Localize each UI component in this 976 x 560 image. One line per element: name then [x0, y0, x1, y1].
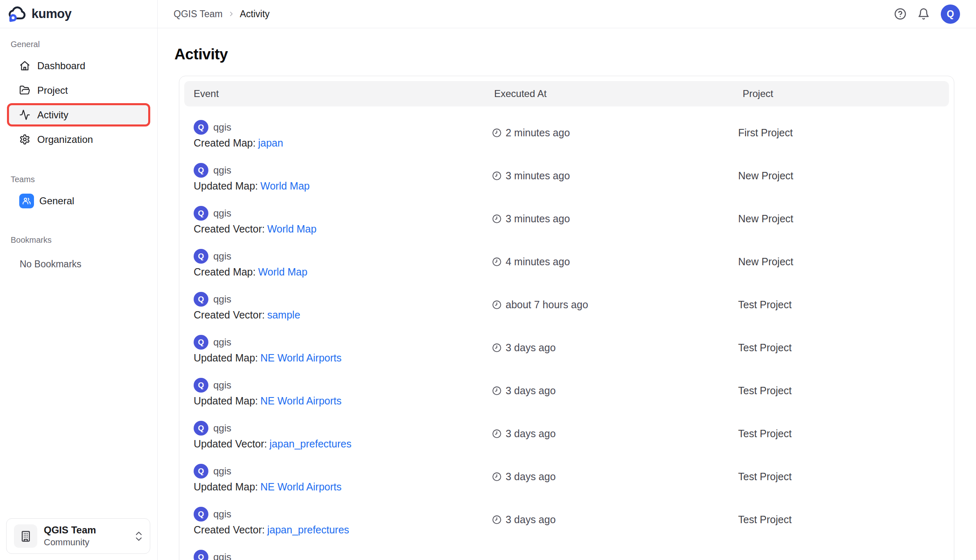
event-cell: Q qgis Updated Map:NE World Airports	[194, 369, 492, 412]
project-cell: Test Project	[738, 342, 954, 354]
executed-at-cell: 3 days ago	[492, 514, 738, 526]
row-project: Test Project	[738, 471, 792, 482]
sidebar-item-team-general[interactable]: General	[7, 189, 150, 212]
topbar-actions: Q	[894, 5, 960, 24]
row-target-link[interactable]: japan_prefectures	[267, 524, 349, 535]
clock-icon	[492, 257, 502, 266]
row-time: about 7 hours ago	[506, 299, 588, 311]
row-action: Created Vector:	[194, 223, 265, 235]
building-icon	[14, 524, 37, 548]
project-cell: Test Project	[738, 385, 954, 397]
row-target-link[interactable]: sample	[267, 309, 300, 321]
row-project: Test Project	[738, 342, 792, 353]
row-avatar: Q	[194, 378, 208, 393]
user-avatar[interactable]: Q	[941, 5, 960, 24]
table-row: Q qgis Updated Map:NE World Airports 3 d…	[179, 369, 954, 412]
row-avatar: Q	[194, 507, 208, 522]
sidebar-item-activity[interactable]: Activity	[7, 103, 150, 126]
event-cell: Q qgis Updated Map:NE World Airports	[194, 455, 492, 498]
executed-at-cell: 3 days ago	[492, 385, 738, 397]
row-project: Test Project	[738, 428, 792, 439]
row-user: qgis	[213, 508, 231, 520]
row-user: qgis	[213, 551, 231, 560]
row-event-description: Created Map:World Map	[194, 266, 492, 278]
sidebar-item-dashboard[interactable]: Dashboard	[7, 54, 150, 77]
brand-logo[interactable]: kumoy	[0, 0, 157, 28]
column-header-project: Project	[743, 88, 949, 99]
row-user: qgis	[213, 336, 231, 348]
table-row: Q qgis Created Map:World Map 4 minutes a…	[179, 240, 954, 283]
row-avatar: Q	[194, 120, 208, 135]
executed-at-cell: 4 minutes ago	[492, 256, 738, 268]
clock-icon	[492, 343, 502, 352]
event-cell: Q qgis Created Vector:japan_prefectures	[194, 498, 492, 541]
no-bookmarks-text: No Bookmarks	[20, 259, 157, 270]
table-row: Q qgis Created Vector:World Map 3 minute…	[179, 197, 954, 240]
event-cell: Q qgis Created Map:World Map	[194, 240, 492, 283]
row-target-link[interactable]: NE World Airports	[260, 395, 341, 406]
row-target-link[interactable]: World Map	[258, 266, 307, 278]
row-action: Updated Map:	[194, 180, 258, 192]
sidebar-item-organization[interactable]: Organization	[7, 128, 150, 151]
sidebar: kumoy General Dashboard Project Activity…	[0, 0, 158, 560]
clock-icon	[492, 386, 502, 395]
row-time: 2 minutes ago	[506, 127, 570, 139]
topbar: QGIS Team Activity Q	[158, 0, 976, 28]
clock-icon	[492, 214, 502, 224]
row-action: Updated Map:	[194, 395, 258, 406]
sidebar-item-label: Dashboard	[37, 60, 85, 72]
row-target-link[interactable]: World Map	[267, 223, 316, 235]
breadcrumb-team-link[interactable]: QGIS Team	[174, 9, 223, 20]
row-event-description: Updated Map:World Map	[194, 180, 492, 192]
sidebar-item-label: Activity	[37, 109, 68, 121]
row-project: New Project	[738, 213, 793, 224]
section-label-bookmarks: Bookmarks	[11, 235, 157, 245]
row-action: Updated Map:	[194, 481, 258, 492]
row-action: Created Map:	[194, 137, 255, 149]
row-time: 3 days ago	[506, 342, 556, 354]
page-title: Activity	[174, 46, 976, 63]
row-target-link[interactable]: japan	[258, 137, 283, 149]
help-icon[interactable]	[894, 8, 906, 20]
event-cell: Q qgis Created Map:japan	[194, 111, 492, 154]
row-action: Created Map:	[194, 266, 255, 278]
project-cell: First Project	[738, 127, 954, 139]
row-time: 3 days ago	[506, 428, 556, 440]
row-avatar: Q	[194, 249, 208, 264]
section-label-general: General	[11, 40, 157, 49]
row-event-description: Updated Map:NE World Airports	[194, 352, 492, 364]
row-action: Created Vector:	[194, 524, 265, 535]
executed-at-cell: 2 minutes ago	[492, 127, 738, 139]
row-event-description: Created Vector:japan_prefectures	[194, 524, 492, 536]
team-switcher[interactable]: QGIS Team Community	[6, 518, 150, 554]
project-cell: New Project	[738, 213, 954, 225]
row-project: Test Project	[738, 385, 792, 396]
row-user: qgis	[213, 208, 231, 219]
row-avatar: Q	[194, 550, 208, 560]
bell-icon[interactable]	[917, 8, 930, 20]
row-event-description: Updated Vector:japan_prefectures	[194, 438, 492, 450]
clock-icon	[492, 128, 502, 138]
row-user: qgis	[213, 165, 231, 176]
row-avatar: Q	[194, 206, 208, 221]
row-avatar: Q	[194, 292, 208, 307]
row-target-link[interactable]: World Map	[260, 180, 310, 192]
table-body: Q qgis Created Map:japan 2 minutes ago F…	[179, 111, 954, 560]
section-label-teams: Teams	[11, 175, 157, 184]
sidebar-item-label: Organization	[37, 134, 93, 145]
row-target-link[interactable]: NE World Airports	[260, 481, 341, 492]
row-target-link[interactable]: NE World Airports	[260, 352, 341, 364]
row-time: 3 minutes ago	[506, 213, 570, 225]
event-cell: Q qgis Updated Vector:japan_prefectures	[194, 412, 492, 455]
executed-at-cell: 3 days ago	[492, 428, 738, 440]
row-project: First Project	[738, 127, 793, 138]
row-action: Updated Vector:	[194, 438, 267, 449]
executed-at-cell: 3 days ago	[492, 342, 738, 354]
row-project: New Project	[738, 170, 793, 181]
row-project: Test Project	[738, 514, 792, 525]
kumoy-cloud-logo-icon	[8, 6, 27, 22]
sidebar-item-project[interactable]: Project	[7, 79, 150, 102]
project-cell: Test Project	[738, 471, 954, 483]
row-target-link[interactable]: japan_prefectures	[269, 438, 351, 449]
team-item-label: General	[39, 195, 74, 207]
